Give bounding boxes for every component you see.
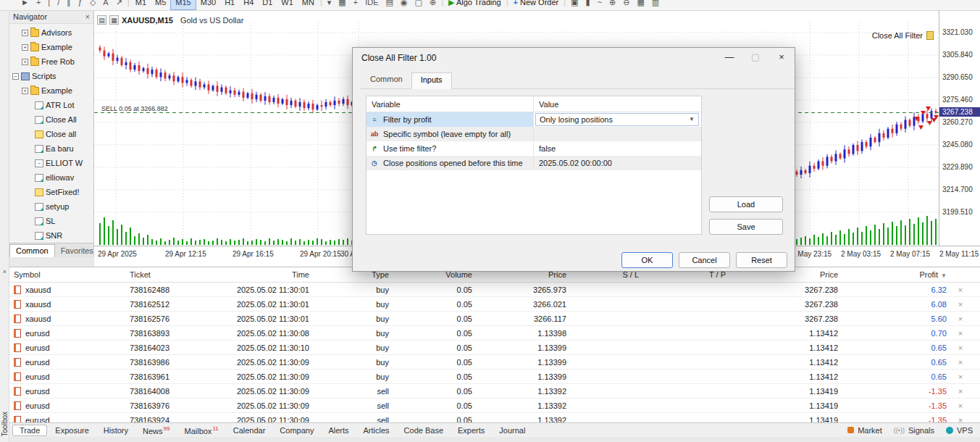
- trade-row[interactable]: eurusd7381639242025.05.02 11:30:09sell0.…: [9, 413, 980, 422]
- close-position-icon[interactable]: ×: [951, 399, 970, 412]
- column-header-ticket[interactable]: Ticket: [125, 267, 205, 282]
- close-position-icon[interactable]: ×: [951, 312, 970, 325]
- nav-item-atr-lot[interactable]: ATR Lot: [9, 98, 93, 112]
- add-icon[interactable]: +: [350, 0, 361, 10]
- zoom-out-icon[interactable]: ⊖: [619, 0, 633, 10]
- trade-row[interactable]: eurusd7381638932025.05.02 11:30:08buy0.0…: [9, 326, 980, 341]
- nav-item-sl[interactable]: SL: [9, 214, 93, 228]
- vertical-line-icon[interactable]: |: [44, 0, 54, 10]
- close-position-icon[interactable]: ×: [951, 384, 970, 398]
- tree-expander-icon[interactable]: +: [22, 59, 28, 65]
- nav-item-ea-baru[interactable]: Ea baru: [9, 141, 93, 156]
- toolbox-tab-experts[interactable]: Experts: [451, 425, 491, 435]
- new-order-button[interactable]: + New Order: [510, 0, 563, 10]
- value-dropdown[interactable]: Only losing positions▼: [535, 113, 699, 126]
- tree-expander-icon[interactable]: +: [22, 44, 28, 51]
- dialog-tab-inputs[interactable]: Inputs: [411, 72, 452, 89]
- toolbox-tab-articles[interactable]: Articles: [357, 425, 396, 435]
- close-icon[interactable]: ×: [768, 49, 795, 67]
- input-row-close-positions-opened-before-this-time[interactable]: ◷Close positions opened before this time…: [367, 156, 701, 170]
- chart-type-candles-icon[interactable]: ▮: [582, 0, 594, 10]
- nav-item-setyup[interactable]: setyup: [9, 199, 93, 214]
- toolbox-tab-history[interactable]: History: [97, 425, 135, 435]
- minimize-icon[interactable]: —: [716, 49, 742, 67]
- timeframe-m1[interactable]: M1: [131, 0, 151, 10]
- input-row-specific-symbol-leave-empty-for-all[interactable]: abSpecific symbol (leave empty for all): [367, 127, 701, 141]
- toolbox-tab-journal[interactable]: Journal: [493, 425, 532, 435]
- nav-item-snr[interactable]: SNR: [9, 228, 93, 243]
- tile-windows-icon[interactable]: ▦: [633, 0, 648, 10]
- value-cell[interactable]: false: [534, 141, 701, 156]
- broadcast-icon[interactable]: ◉: [397, 0, 411, 10]
- close-position-icon[interactable]: ×: [951, 297, 970, 311]
- equidistant-channel-icon[interactable]: ∥: [63, 0, 75, 10]
- grid-icon[interactable]: ▦: [335, 0, 349, 10]
- trade-row[interactable]: xauusd7381625762025.05.02 11:30:01buy0.0…: [9, 312, 980, 326]
- toolbox-close-icon[interactable]: ×: [0, 268, 9, 275]
- trendline-icon[interactable]: /: [54, 0, 63, 10]
- nav-item-close-all[interactable]: Close all: [9, 127, 93, 141]
- toolbox-tab-exposure[interactable]: Exposure: [49, 425, 95, 435]
- charts-panel-icon[interactable]: ▥: [648, 0, 663, 10]
- timeframe-m30[interactable]: M30: [196, 0, 220, 10]
- value-cell[interactable]: Only losing positions▼: [534, 112, 701, 127]
- indicators-dropdown-icon[interactable]: ▾: [324, 0, 335, 10]
- tree-expander-icon[interactable]: −: [12, 73, 19, 80]
- globe-icon[interactable]: ⊕: [426, 0, 440, 10]
- close-position-icon[interactable]: ×: [951, 283, 970, 296]
- signals-status[interactable]: ((•)) Signals: [894, 426, 934, 435]
- column-header-symbol[interactable]: Symbol: [9, 267, 125, 282]
- toolbox-tab-alerts[interactable]: Alerts: [322, 425, 355, 435]
- timeframe-h1[interactable]: H1: [220, 0, 239, 10]
- close-position-icon[interactable]: ×: [951, 341, 970, 354]
- new-chart-icon[interactable]: ▣: [567, 0, 582, 10]
- trade-row[interactable]: eurusd7381639862025.05.02 11:30:09buy0.0…: [9, 355, 980, 370]
- trade-row[interactable]: xauusd7381624882025.05.02 11:30:01buy0.0…: [9, 283, 980, 297]
- chart-ohlc-icon[interactable]: ▦: [109, 15, 119, 25]
- cursor-icon[interactable]: ►: [17, 0, 33, 10]
- tree-expander-icon[interactable]: +: [22, 88, 28, 94]
- navigator-tab-common[interactable]: Common: [9, 244, 55, 257]
- close-position-icon[interactable]: ×: [951, 413, 970, 422]
- timeframe-m5[interactable]: M5: [151, 0, 170, 10]
- timeframe-d1[interactable]: D1: [258, 0, 277, 10]
- input-row-filter-by-profit[interactable]: ≡Filter by profitOnly losing positions▼: [367, 112, 701, 127]
- chart-type-line-icon[interactable]: ~: [594, 0, 606, 10]
- price-axis[interactable]: 3321.0303305.8403290.6503275.4603260.270…: [939, 11, 980, 246]
- timeframe-m15[interactable]: M15: [170, 0, 196, 10]
- arrow-icon[interactable]: ↗: [112, 0, 126, 10]
- close-position-icon[interactable]: ×: [951, 355, 970, 369]
- dialog-tab-common[interactable]: Common: [361, 72, 411, 88]
- input-row-use-time-filter[interactable]: ↱Use time filter?false: [367, 141, 701, 156]
- trade-row[interactable]: eurusd7381639762025.05.02 11:30:09sell0.…: [9, 399, 980, 413]
- toolbox-tab-mailbox[interactable]: Mailbox11: [177, 425, 225, 436]
- ide-label[interactable]: IDE: [361, 0, 382, 10]
- shapes-icon[interactable]: ◇: [86, 0, 99, 10]
- chart-menu-icon[interactable]: ▤: [97, 15, 106, 25]
- text-icon[interactable]: A: [99, 0, 112, 10]
- nav-item-scripts[interactable]: −Scripts: [9, 69, 93, 83]
- navigator-tab-favorites[interactable]: Favorites: [55, 245, 94, 257]
- toolbox-tab-company[interactable]: Company: [273, 425, 320, 435]
- vps-status[interactable]: VPS: [946, 426, 973, 435]
- algo-trading-button[interactable]: ▶ Algo Trading: [445, 0, 505, 10]
- value-cell[interactable]: 2025.05.02 00:00:00: [534, 156, 701, 170]
- nav-item-setfixed[interactable]: SetFixed!: [9, 185, 93, 199]
- crosshair-icon[interactable]: +: [33, 0, 44, 10]
- folder-icon[interactable]: ▤: [382, 0, 397, 10]
- tree-expander-icon[interactable]: +: [22, 30, 28, 36]
- timeframe-mn[interactable]: MN: [298, 0, 319, 10]
- nav-item-example[interactable]: +Example: [9, 40, 93, 54]
- ok-button[interactable]: OK: [621, 252, 673, 268]
- column-header-time[interactable]: Time: [205, 267, 314, 282]
- trade-row[interactable]: eurusd7381640082025.05.02 11:30:09sell0.…: [9, 384, 980, 399]
- close-position-icon[interactable]: ×: [951, 326, 970, 340]
- nav-item-advisors[interactable]: +Advisors: [9, 25, 93, 40]
- dialog-titlebar[interactable]: Close All Filter 1.00 — ▢ ×: [353, 48, 795, 68]
- trade-row[interactable]: eurusd7381640232025.05.02 11:30:10buy0.0…: [9, 341, 980, 355]
- nav-item-example[interactable]: +Example: [9, 83, 93, 98]
- nav-item-close-all[interactable]: Close All: [9, 112, 93, 127]
- value-cell[interactable]: [534, 127, 701, 141]
- toolbox-tab-calendar[interactable]: Calendar: [227, 425, 272, 435]
- zoom-in-icon[interactable]: ⊕: [606, 0, 619, 10]
